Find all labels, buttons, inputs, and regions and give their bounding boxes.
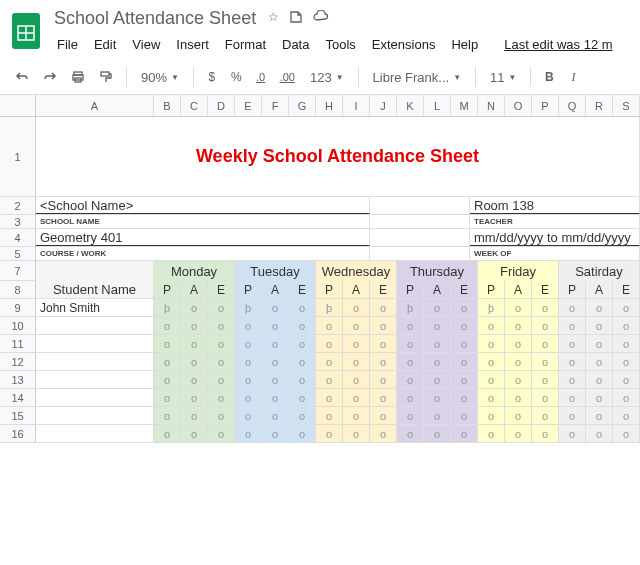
menu-data[interactable]: Data — [275, 33, 316, 56]
column-header-m[interactable]: M — [451, 95, 478, 116]
attendance-cell[interactable]: o — [208, 425, 235, 442]
column-header-j[interactable]: J — [370, 95, 397, 116]
attendance-cell[interactable]: o — [235, 425, 262, 442]
pae-header[interactable]: A — [586, 281, 613, 298]
attendance-cell[interactable]: o — [316, 425, 343, 442]
school-name-label[interactable]: SCHOOL NAME — [36, 215, 370, 228]
row-header-12[interactable]: 12 — [0, 353, 36, 371]
attendance-cell[interactable]: o — [235, 371, 262, 388]
row-header-5[interactable]: 5 — [0, 247, 36, 261]
star-icon[interactable]: ☆ — [268, 10, 279, 27]
italic-button[interactable]: I — [563, 66, 583, 88]
column-header-p[interactable]: P — [532, 95, 559, 116]
attendance-cell[interactable]: o — [289, 317, 316, 334]
pae-header[interactable]: A — [343, 281, 370, 298]
font-select[interactable]: Libre Frank...▼ — [367, 68, 468, 87]
attendance-cell[interactable]: o — [154, 425, 181, 442]
pae-header[interactable]: P — [397, 281, 424, 298]
attendance-cell[interactable]: o — [235, 317, 262, 334]
attendance-cell[interactable]: o — [370, 353, 397, 370]
menu-format[interactable]: Format — [218, 33, 273, 56]
redo-button[interactable] — [38, 66, 62, 88]
attendance-cell[interactable]: o — [370, 317, 397, 334]
attendance-cell[interactable]: þ — [154, 299, 181, 316]
column-header-r[interactable]: R — [586, 95, 613, 116]
attendance-cell[interactable]: o — [451, 335, 478, 352]
column-header-s[interactable]: S — [613, 95, 640, 116]
pae-header[interactable]: P — [154, 281, 181, 298]
attendance-cell[interactable]: o — [154, 353, 181, 370]
pae-header[interactable]: E — [370, 281, 397, 298]
attendance-cell[interactable]: o — [532, 299, 559, 316]
row-header-1[interactable]: 1 — [0, 117, 36, 197]
room-value[interactable]: Room 138 — [470, 197, 640, 214]
attendance-cell[interactable]: o — [424, 353, 451, 370]
attendance-cell[interactable]: o — [478, 335, 505, 352]
attendance-cell[interactable]: o — [613, 407, 640, 424]
attendance-cell[interactable]: o — [613, 371, 640, 388]
attendance-cell[interactable]: o — [586, 371, 613, 388]
row-header-4[interactable]: 4 — [0, 229, 36, 247]
attendance-cell[interactable]: o — [559, 317, 586, 334]
attendance-cell[interactable]: o — [262, 335, 289, 352]
attendance-cell[interactable]: o — [613, 317, 640, 334]
menu-extensions[interactable]: Extensions — [365, 33, 443, 56]
attendance-cell[interactable]: o — [154, 335, 181, 352]
student-name-cell[interactable] — [36, 407, 154, 424]
attendance-cell[interactable]: o — [289, 299, 316, 316]
attendance-cell[interactable]: o — [235, 407, 262, 424]
attendance-cell[interactable]: o — [370, 299, 397, 316]
attendance-cell[interactable]: o — [586, 353, 613, 370]
student-name-cell[interactable] — [36, 335, 154, 352]
pae-header[interactable]: A — [181, 281, 208, 298]
attendance-cell[interactable]: o — [451, 389, 478, 406]
column-header-n[interactable]: N — [478, 95, 505, 116]
column-header-a[interactable]: A — [36, 95, 154, 116]
percent-button[interactable]: % — [226, 66, 247, 88]
attendance-cell[interactable]: o — [181, 335, 208, 352]
column-header-c[interactable]: C — [181, 95, 208, 116]
attendance-cell[interactable]: o — [478, 317, 505, 334]
attendance-cell[interactable]: o — [316, 335, 343, 352]
attendance-cell[interactable]: o — [289, 389, 316, 406]
row-header-15[interactable]: 15 — [0, 407, 36, 425]
attendance-cell[interactable]: o — [289, 371, 316, 388]
attendance-cell[interactable]: o — [613, 335, 640, 352]
student-header-top[interactable] — [36, 261, 154, 281]
pae-header[interactable]: E — [451, 281, 478, 298]
attendance-cell[interactable]: þ — [316, 299, 343, 316]
week-label[interactable]: WEEK OF — [470, 247, 640, 260]
attendance-cell[interactable]: o — [397, 407, 424, 424]
student-name-cell[interactable]: John Smith — [36, 299, 154, 316]
attendance-cell[interactable]: o — [559, 407, 586, 424]
attendance-cell[interactable]: o — [370, 335, 397, 352]
column-header-b[interactable]: B — [154, 95, 181, 116]
attendance-cell[interactable]: o — [262, 407, 289, 424]
cloud-icon[interactable] — [313, 10, 329, 27]
attendance-cell[interactable]: o — [424, 299, 451, 316]
student-name-cell[interactable] — [36, 389, 154, 406]
row-header-3[interactable]: 3 — [0, 215, 36, 229]
attendance-cell[interactable]: o — [532, 407, 559, 424]
attendance-cell[interactable]: o — [559, 425, 586, 442]
attendance-cell[interactable]: o — [154, 389, 181, 406]
document-title[interactable]: School Attendance Sheet — [50, 6, 260, 31]
attendance-cell[interactable]: o — [586, 407, 613, 424]
row-header-16[interactable]: 16 — [0, 425, 36, 443]
attendance-cell[interactable]: o — [559, 353, 586, 370]
menu-file[interactable]: File — [50, 33, 85, 56]
attendance-cell[interactable]: o — [424, 371, 451, 388]
attendance-cell[interactable]: o — [208, 299, 235, 316]
pae-header[interactable]: A — [424, 281, 451, 298]
attendance-cell[interactable]: o — [370, 425, 397, 442]
spacer[interactable] — [370, 215, 470, 228]
currency-button[interactable]: $ — [202, 66, 222, 88]
attendance-cell[interactable]: o — [208, 353, 235, 370]
attendance-cell[interactable]: o — [370, 389, 397, 406]
attendance-cell[interactable]: o — [181, 407, 208, 424]
attendance-cell[interactable]: o — [262, 389, 289, 406]
attendance-cell[interactable]: o — [424, 335, 451, 352]
course-label[interactable]: COURSE / WORK — [36, 247, 370, 260]
attendance-cell[interactable]: o — [505, 407, 532, 424]
attendance-cell[interactable]: o — [316, 353, 343, 370]
